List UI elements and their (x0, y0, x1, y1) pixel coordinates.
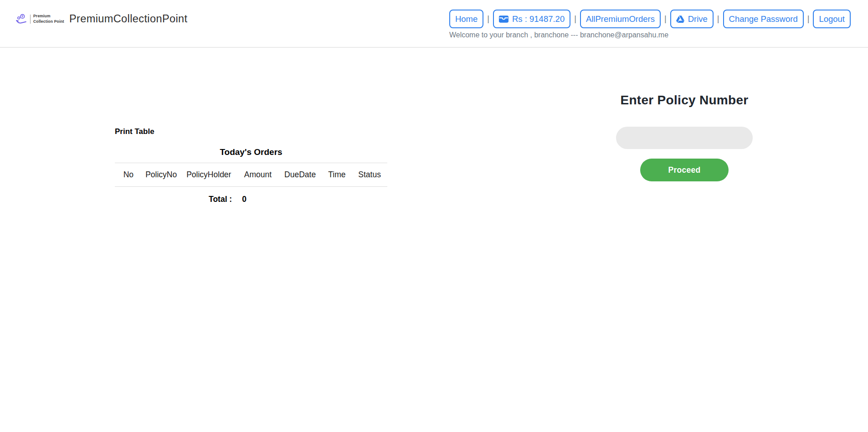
brand-link[interactable]: Premium Collection Point PremiumCollecti… (15, 13, 187, 25)
orders-table-caption: Today's Orders (115, 147, 387, 163)
policy-number-input[interactable] (616, 127, 753, 149)
nav-balance-label: Rs : 91487.20 (512, 14, 565, 24)
print-table-button[interactable]: Print Table (115, 127, 154, 136)
welcome-text: Welcome to your branch , branchone --- b… (449, 31, 668, 39)
nav-separator: | (664, 14, 667, 24)
column-header-no: No (115, 163, 142, 187)
nav-separator: | (574, 14, 576, 24)
nav-drive-button[interactable]: Drive (670, 10, 714, 28)
brand-logo: Premium Collection Point (15, 13, 64, 25)
orders-total-label: Total : (209, 195, 232, 204)
policy-form-title: Enter Policy Number (620, 93, 748, 108)
hand-coin-icon (15, 13, 27, 25)
nav-logout-button[interactable]: Logout (813, 10, 851, 28)
orders-total-row: Total : 0 (115, 195, 387, 204)
column-header-status: Status (352, 163, 387, 187)
navbar-buttons: Home | Rs : 91487.20 | AllPremiumOrders … (449, 10, 851, 28)
logo-text-line2: Collection Point (33, 19, 64, 24)
logo-text-line1: Premium (33, 14, 64, 19)
nav-separator: | (717, 14, 719, 24)
wallet-icon (499, 15, 508, 23)
nav-separator: | (807, 14, 810, 24)
proceed-button[interactable]: Proceed (640, 159, 729, 181)
navbar: Premium Collection Point PremiumCollecti… (0, 0, 868, 48)
nav-logout-label: Logout (819, 14, 845, 24)
nav-change-password-label: Change Password (729, 14, 798, 24)
column-header-duedate: DueDate (278, 163, 322, 187)
column-header-policyno: PolicyNo (142, 163, 180, 187)
brand-name: PremiumCollectionPoint (69, 13, 188, 25)
nav-home-label: Home (455, 14, 478, 24)
page: Premium Collection Point PremiumCollecti… (0, 0, 868, 432)
orders-table: Today's Orders No PolicyNo PolicyHolder … (115, 147, 387, 187)
logo-text: Premium Collection Point (33, 14, 64, 24)
nav-allpremiumorders-label: AllPremiumOrders (586, 14, 655, 24)
orders-table-head: No PolicyNo PolicyHolder Amount DueDate … (115, 163, 387, 187)
orders-total-value: 0 (242, 195, 247, 204)
column-header-amount: Amount (237, 163, 278, 187)
logo-divider (30, 15, 31, 24)
nav-home-button[interactable]: Home (449, 10, 483, 28)
nav-change-password-button[interactable]: Change Password (723, 10, 804, 28)
nav-separator: | (487, 14, 489, 24)
nav-drive-label: Drive (688, 14, 708, 24)
orders-panel: Print Table Today's Orders No PolicyNo P… (115, 127, 387, 204)
nav-balance-button[interactable]: Rs : 91487.20 (493, 10, 570, 28)
nav-allpremiumorders-button[interactable]: AllPremiumOrders (580, 10, 661, 28)
google-drive-icon (676, 15, 684, 23)
policy-form: Enter Policy Number Proceed (616, 93, 753, 181)
navbar-right: Home | Rs : 91487.20 | AllPremiumOrders … (449, 10, 851, 39)
column-header-time: Time (322, 163, 352, 187)
column-header-policyholder: PolicyHolder (180, 163, 238, 187)
